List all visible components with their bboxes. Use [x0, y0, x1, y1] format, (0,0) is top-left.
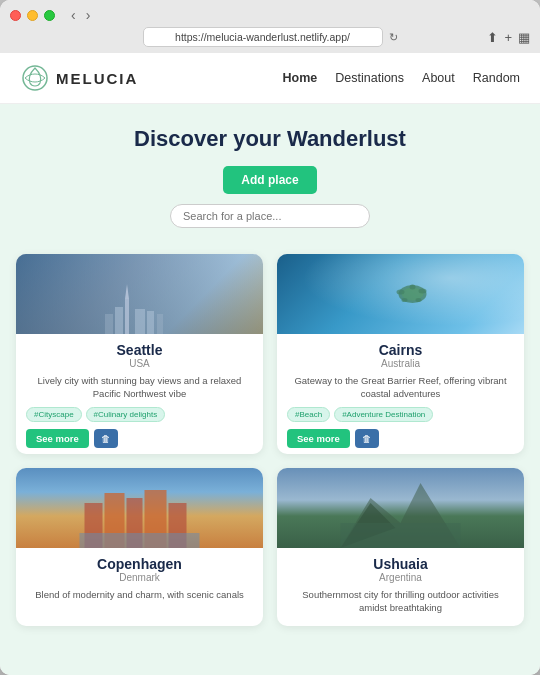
site-header: MELUCIA Home Destinations About Random: [0, 53, 540, 104]
ushuaia-card-body: Ushuaia Argentina Southernmost city for …: [277, 548, 524, 627]
svg-rect-5: [147, 311, 154, 334]
seattle-actions: See more 🗑: [26, 429, 253, 448]
tag-cityscape: #Cityscape: [26, 407, 82, 422]
seattle-card-body: Seattle USA Lively city with stunning ba…: [16, 334, 263, 454]
logo-area: MELUCIA: [20, 63, 138, 93]
add-tab-button[interactable]: +: [504, 30, 512, 45]
card-seattle: Seattle USA Lively city with stunning ba…: [16, 254, 263, 454]
cairns-tags: #Beach #Adventure Destination: [287, 407, 514, 422]
turtle-icon: [390, 279, 435, 309]
ushuaia-mountain-icon: [277, 468, 524, 548]
nav-destinations[interactable]: Destinations: [335, 71, 404, 85]
svg-point-14: [409, 285, 415, 290]
svg-point-11: [396, 290, 404, 295]
search-input[interactable]: [170, 204, 370, 228]
cairns-actions: See more 🗑: [287, 429, 514, 448]
copenhagen-card-body: Copenhagen Denmark Blend of modernity an…: [16, 548, 263, 627]
address-row: https://melucia-wanderlust.netlify.app/ …: [10, 27, 530, 47]
cards-grid: Seattle USA Lively city with stunning ba…: [0, 244, 540, 642]
cairns-see-more-button[interactable]: See more: [287, 429, 350, 448]
ushuaia-image: [277, 468, 524, 548]
seattle-country: USA: [26, 358, 253, 369]
nav-random[interactable]: Random: [473, 71, 520, 85]
tag-culinary: #Culinary delights: [86, 407, 166, 422]
seattle-see-more-button[interactable]: See more: [26, 429, 89, 448]
ushuaia-city: Ushuaia: [287, 556, 514, 572]
hero-title: Discover your Wanderlust: [20, 126, 520, 152]
browser-nav: ‹ ›: [71, 8, 90, 22]
share-button[interactable]: ⬆: [487, 30, 498, 45]
close-button[interactable]: [10, 10, 21, 21]
cairns-country: Australia: [287, 358, 514, 369]
ushuaia-desc: Southernmost city for thrilling outdoor …: [287, 588, 514, 615]
svg-point-13: [401, 298, 407, 302]
nav-home[interactable]: Home: [283, 71, 318, 85]
svg-marker-2: [125, 284, 129, 299]
seattle-tags: #Cityscape #Culinary delights: [26, 407, 253, 422]
minimize-button[interactable]: [27, 10, 38, 21]
seattle-image: [16, 254, 263, 334]
card-ushuaia: Ushuaia Argentina Southernmost city for …: [277, 468, 524, 627]
svg-rect-23: [341, 523, 461, 548]
add-place-button[interactable]: Add place: [223, 166, 316, 194]
svg-rect-6: [105, 314, 113, 334]
extensions-button[interactable]: ▦: [518, 30, 530, 45]
ushuaia-country: Argentina: [287, 572, 514, 583]
svg-rect-3: [115, 307, 123, 334]
cairns-card-body: Cairns Australia Gateway to the Great Ba…: [277, 334, 524, 454]
browser-actions: ⬆ + ▦: [487, 30, 530, 45]
browser-window: ‹ › https://melucia-wanderlust.netlify.a…: [0, 0, 540, 675]
copenhagen-image: [16, 468, 263, 548]
svg-rect-4: [135, 309, 145, 334]
svg-rect-1: [125, 299, 129, 334]
cairns-desc: Gateway to the Great Barrier Reef, offer…: [287, 374, 514, 401]
seattle-delete-button[interactable]: 🗑: [94, 429, 118, 448]
svg-rect-7: [157, 314, 163, 334]
logo-text: MELUCIA: [56, 70, 138, 87]
refresh-button[interactable]: ↻: [389, 31, 398, 44]
svg-point-10: [418, 289, 426, 294]
copenhagen-city: Copenhagen: [26, 556, 253, 572]
cairns-image: [277, 254, 524, 334]
forward-button[interactable]: ›: [86, 8, 91, 22]
browser-chrome: ‹ › https://melucia-wanderlust.netlify.a…: [0, 0, 540, 53]
seattle-desc: Lively city with stunning bay views and …: [26, 374, 253, 401]
copenhagen-skyline-icon: [16, 468, 263, 548]
hero-section: Discover your Wanderlust Add place: [0, 104, 540, 244]
svg-rect-20: [80, 533, 200, 548]
nav-about[interactable]: About: [422, 71, 455, 85]
back-button[interactable]: ‹: [71, 8, 76, 22]
cairns-delete-button[interactable]: 🗑: [355, 429, 379, 448]
svg-point-12: [415, 298, 421, 302]
copenhagen-country: Denmark: [26, 572, 253, 583]
maximize-button[interactable]: [44, 10, 55, 21]
card-cairns: Cairns Australia Gateway to the Great Ba…: [277, 254, 524, 454]
cairns-city: Cairns: [287, 342, 514, 358]
address-bar[interactable]: https://melucia-wanderlust.netlify.app/: [143, 27, 383, 47]
browser-controls: ‹ ›: [10, 8, 530, 22]
card-copenhagen: Copenhagen Denmark Blend of modernity an…: [16, 468, 263, 627]
copenhagen-desc: Blend of modernity and charm, with sceni…: [26, 588, 253, 601]
tag-adventure: #Adventure Destination: [334, 407, 433, 422]
logo-icon: [20, 63, 50, 93]
seattle-city: Seattle: [26, 342, 253, 358]
seattle-skyline-icon: [95, 279, 185, 334]
tag-beach: #Beach: [287, 407, 330, 422]
site-nav: Home Destinations About Random: [283, 71, 520, 85]
page-content: MELUCIA Home Destinations About Random D…: [0, 53, 540, 675]
